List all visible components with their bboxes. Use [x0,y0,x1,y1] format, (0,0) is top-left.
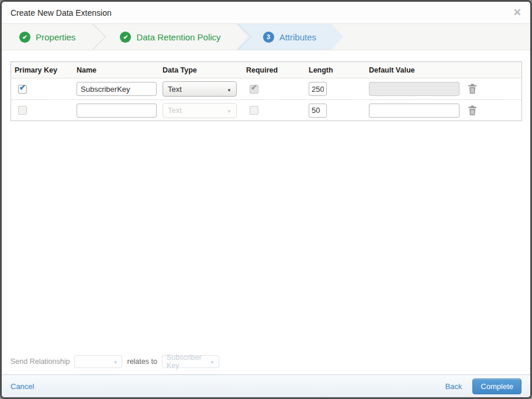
send-relationship-row: Send Relationship relates to Subscriber … [11,355,219,368]
primary-key-checkbox[interactable]: ✔ [18,85,27,94]
step-complete-check-icon: ✔ [19,32,30,43]
chevron-down-icon [227,85,232,94]
subscriber-key-select-disabled: Subscriber Key [162,355,219,368]
modal-titlebar: Create New Data Extension ✕ [2,2,530,24]
data-type-select-disabled: Text [163,103,237,118]
modal-title: Create New Data Extension [11,8,112,18]
length-input[interactable] [309,82,327,96]
step-properties[interactable]: ✔ Properties [2,24,84,50]
step-label: Data Retention Policy [136,32,220,42]
chevron-down-icon [227,106,232,115]
length-input[interactable] [309,104,327,118]
send-relationship-select-disabled [74,355,122,368]
table-row: ✔ Text ✔ [11,78,521,99]
step-complete-check-icon: ✔ [120,32,131,43]
column-header-default-value: Default Value [365,66,461,74]
cancel-link[interactable]: Cancel [11,382,34,391]
step-label: Properties [36,32,75,42]
name-input[interactable] [77,104,157,118]
send-relationship-label: Send Relationship [11,357,70,366]
data-type-selected-value: Text [168,85,182,94]
complete-button[interactable]: Complete [472,379,521,394]
step-data-retention-policy[interactable]: ✔ Data Retention Policy [110,24,229,50]
modal-footer: Cancel Back Complete [2,374,530,397]
required-checkbox-disabled: ✔ [250,85,258,94]
step-label: Attributes [279,32,316,42]
column-header-primary-key: Primary Key [11,66,73,74]
default-value-input[interactable] [369,104,460,118]
column-header-name: Name [73,66,159,74]
wizard-step-bar: ✔ Properties ✔ Data Retention Policy 3 A… [2,24,530,50]
check-icon: ✔ [251,83,257,92]
check-icon: ✔ [19,83,26,92]
delete-row-button[interactable] [468,105,477,116]
trash-icon [468,84,477,94]
modal-content: Primary Key Name Data Type Required Leng… [2,50,530,397]
primary-key-checkbox[interactable] [18,106,27,115]
data-type-selected-value: Text [168,106,182,115]
step-separator-chevron-icon [84,24,110,50]
name-input[interactable] [77,82,157,96]
table-row: Text [11,99,521,121]
attributes-table: Primary Key Name Data Type Required Leng… [11,61,522,121]
data-type-select[interactable]: Text [163,81,237,97]
default-value-input-disabled [369,82,460,96]
chevron-down-icon [210,357,215,366]
column-header-data-type: Data Type [159,66,243,74]
attributes-table-header: Primary Key Name Data Type Required Leng… [11,62,521,78]
required-checkbox[interactable] [250,106,258,115]
column-header-required: Required [243,66,305,74]
step-number-badge: 3 [263,32,274,43]
subscriber-key-value: Subscriber Key [167,353,207,370]
create-data-extension-modal: Create New Data Extension ✕ ✔ Properties… [0,0,532,399]
column-header-length: Length [305,66,365,74]
trash-icon [468,105,477,116]
back-link[interactable]: Back [445,382,462,391]
chevron-down-icon [113,357,118,366]
close-icon[interactable]: ✕ [513,8,521,18]
step-separator-chevron-icon [229,24,256,50]
delete-row-button[interactable] [468,84,477,94]
relates-to-label: relates to [127,357,157,366]
